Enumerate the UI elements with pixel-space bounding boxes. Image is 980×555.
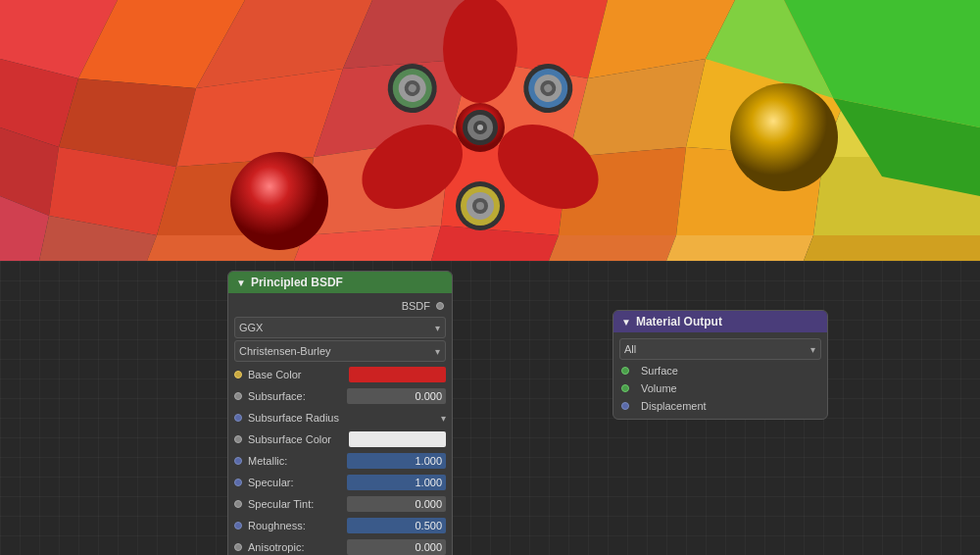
bsdf-output-socket[interactable] — [436, 302, 444, 310]
anisotropic-row: Anisotropic: 0.000 — [228, 536, 452, 555]
subsurface-radius-socket[interactable] — [234, 414, 242, 422]
collapse-triangle[interactable]: ▼ — [236, 278, 246, 288]
distribution-select[interactable]: GGX Multiscatter GGX — [234, 317, 446, 338]
svg-marker-31 — [804, 235, 980, 261]
subsurface-row: Subsurface: 0.000 — [228, 385, 452, 407]
bsdf-output-row: BSDF — [228, 297, 452, 315]
surface-socket-row: Surface — [613, 362, 827, 379]
material-output-title: Material Output — [636, 315, 722, 328]
anisotropic-value[interactable]: 0.000 — [347, 539, 446, 555]
material-collapse-triangle[interactable]: ▼ — [621, 317, 631, 328]
svg-point-35 — [230, 152, 328, 250]
roughness-socket[interactable] — [234, 522, 242, 530]
svg-point-38 — [443, 0, 517, 103]
material-target-select-wrapper[interactable]: All EEVEE Cycles — [619, 338, 821, 360]
surface-label: Surface — [641, 365, 678, 377]
node-editor[interactable]: ▼ Principled BSDF BSDF GGX Multiscatter … — [0, 261, 980, 555]
specular-label: Specular: — [248, 477, 343, 488]
material-target-select[interactable]: All EEVEE Cycles — [619, 338, 821, 360]
metallic-label: Metallic: — [248, 455, 343, 467]
subsurface-method-select-wrapper[interactable]: Christensen-Burley Random Walk — [234, 340, 446, 362]
anisotropic-label: Anisotropic: — [248, 541, 343, 553]
metallic-socket[interactable] — [234, 457, 242, 465]
distribution-select-wrapper[interactable]: GGX Multiscatter GGX — [234, 317, 446, 338]
specular-tint-row: Specular Tint: 0.000 — [228, 493, 452, 515]
subsurface-socket[interactable] — [234, 392, 242, 400]
base-color-label: Base Color — [248, 369, 345, 380]
volume-socket-row: Volume — [613, 379, 827, 397]
surface-socket[interactable] — [621, 367, 629, 375]
anisotropic-socket[interactable] — [234, 543, 242, 551]
subsurface-label: Subsurface: — [248, 390, 343, 402]
subsurface-color-socket[interactable] — [234, 435, 242, 443]
specular-row: Specular: 1.000 ← — [228, 472, 452, 493]
subsurface-radius-label: Subsurface Radius — [248, 412, 441, 424]
principled-bsdf-header: ▼ Principled BSDF — [228, 272, 452, 293]
material-output-node: ▼ Material Output All EEVEE Cycles Surfa… — [612, 310, 828, 420]
roughness-value[interactable]: 0.500 — [347, 518, 446, 533]
base-color-field[interactable] — [349, 367, 446, 382]
svg-marker-29 — [549, 235, 676, 261]
subsurface-value[interactable]: 0.000 — [347, 388, 446, 404]
svg-point-55 — [476, 202, 484, 210]
svg-marker-30 — [666, 235, 813, 261]
specular-socket[interactable] — [234, 479, 242, 486]
base-color-row: Base Color ← — [228, 364, 452, 385]
displacement-socket-row: Displacement — [613, 397, 827, 415]
svg-point-36 — [730, 83, 838, 191]
base-color-socket[interactable] — [234, 371, 242, 378]
subsurface-color-field[interactable] — [349, 431, 446, 447]
specular-tint-socket[interactable] — [234, 500, 242, 508]
bsdf-output-label: BSDF — [402, 300, 430, 312]
subsurface-color-label: Subsurface Color — [248, 433, 345, 445]
volume-socket[interactable] — [621, 384, 629, 392]
metallic-value[interactable]: 1.000 — [347, 453, 446, 469]
displacement-socket[interactable] — [621, 402, 629, 410]
volume-label: Volume — [641, 382, 677, 394]
specular-value[interactable]: 1.000 — [347, 475, 446, 490]
viewport-3d[interactable] — [0, 0, 980, 261]
metallic-row: Metallic: 1.000 ← — [228, 450, 452, 472]
material-output-body: All EEVEE Cycles Surface Volume Displace… — [613, 332, 827, 419]
principled-bsdf-body: BSDF GGX Multiscatter GGX Christensen-Bu… — [228, 293, 452, 555]
material-output-header: ▼ Material Output — [613, 311, 827, 332]
specular-tint-label: Specular Tint: — [248, 498, 343, 510]
svg-point-59 — [477, 125, 483, 130]
principled-bsdf-title: Principled BSDF — [251, 276, 343, 289]
subsurface-method-select[interactable]: Christensen-Burley Random Walk — [234, 340, 446, 362]
roughness-label: Roughness: — [248, 520, 343, 531]
principled-bsdf-node: ▼ Principled BSDF BSDF GGX Multiscatter … — [227, 271, 453, 555]
displacement-label: Displacement — [641, 400, 707, 412]
subsurface-radius-row: Subsurface Radius ▾ — [228, 407, 452, 429]
specular-tint-value[interactable]: 0.000 — [347, 496, 446, 512]
subsurface-radius-arrow: ▾ — [441, 413, 446, 424]
roughness-row: Roughness: 0.500 — [228, 515, 452, 536]
subsurface-color-row: Subsurface Color — [228, 429, 452, 450]
